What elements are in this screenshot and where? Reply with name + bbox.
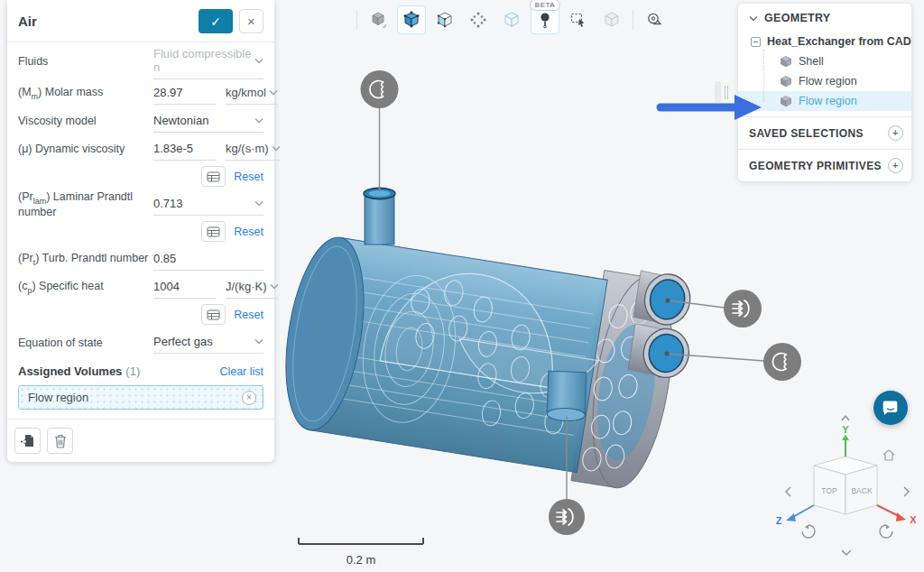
table-input-button[interactable] — [201, 304, 226, 325]
cube-face-top-label[interactable]: TOP — [821, 486, 837, 495]
select-volume-button[interactable] — [397, 5, 426, 34]
viewer-toolbar: BETA — [355, 5, 669, 34]
beta-badge: BETA — [530, 0, 560, 11]
cancel-button[interactable]: × — [239, 9, 263, 33]
cube-icon — [780, 75, 792, 88]
top-nozzle[interactable] — [364, 188, 395, 244]
nav-cube[interactable]: TOP BACK — [814, 457, 877, 514]
chevron-down-icon[interactable] — [254, 58, 263, 64]
specific-heat-label: (cp) Specific heat — [18, 280, 153, 295]
geometry-primitives-section[interactable]: GEOMETRY PRIMITIVES + — [738, 149, 911, 181]
reset-link[interactable]: Reset — [234, 309, 263, 321]
chevron-down-icon[interactable] — [270, 283, 279, 290]
roll-ccw-icon[interactable] — [802, 525, 815, 539]
chevron-down-icon[interactable] — [842, 550, 851, 555]
tree-item-flow-region-1[interactable]: Flow region — [738, 71, 911, 91]
apply-button[interactable]: ✓ — [199, 9, 233, 33]
dynamic-viscosity-input[interactable]: 1.83e-5 — [153, 139, 217, 161]
material-panel: Air ✓ × Fluids Fluid compressible n (Mm)… — [7, 0, 274, 462]
chevron-down-icon[interactable] — [254, 200, 263, 207]
cube-icon — [780, 55, 792, 68]
clear-list-link[interactable]: Clear list — [219, 365, 263, 378]
fluids-select[interactable]: Fluid compressible n — [153, 44, 263, 79]
equation-of-state-select[interactable]: Perfect gas — [153, 332, 263, 354]
table-input-button[interactable] — [201, 221, 226, 242]
isolate-button[interactable] — [597, 5, 626, 34]
viscosity-model-label: Viscosity model — [18, 115, 153, 127]
material-panel-header: Air ✓ × — [7, 0, 274, 42]
add-saved-selection-button[interactable]: + — [888, 125, 903, 141]
viscosity-model-select[interactable]: Newtonian — [153, 111, 263, 133]
specific-heat-input[interactable]: 1004 — [153, 277, 217, 299]
cube-face-icon — [436, 11, 454, 29]
box-select-button[interactable] — [564, 5, 593, 34]
select-edge-button[interactable] — [497, 5, 526, 34]
probe-point-button[interactable]: BETA — [531, 5, 559, 34]
dynamic-viscosity-label: (μ) Dynamic viscosity — [18, 143, 153, 155]
chevron-up-icon[interactable] — [842, 416, 849, 420]
annotation-arrow — [653, 90, 767, 125]
assigned-volumes-label: Assigned Volumes — [18, 364, 122, 378]
home-view-icon[interactable] — [883, 450, 894, 460]
reset-link[interactable]: Reset — [234, 226, 263, 238]
measure-tape-icon — [645, 11, 663, 29]
reset-link[interactable]: Reset — [234, 171, 263, 183]
heat-exchanger-model[interactable] — [273, 188, 701, 495]
view-cube-widget[interactable]: TOP BACK Y Z X — [772, 413, 923, 568]
assigned-volumes-header: Assigned Volumes (1) Clear list — [18, 356, 263, 380]
field-row-turb-prandtl: (Prt) Turb. Prandtl number 0.85 — [18, 245, 263, 273]
molar-mass-unit-select[interactable]: kg/kmol — [226, 83, 278, 105]
assign-volume-button[interactable] — [14, 428, 41, 454]
y-axis-arrow — [842, 435, 849, 440]
laminar-prandtl-reset-row: Reset — [18, 218, 263, 245]
specific-heat-reset-row: Reset — [18, 301, 263, 328]
roll-cw-icon[interactable] — [880, 525, 892, 539]
scale-bar-label: 0.2 m — [346, 553, 376, 567]
molar-mass-input[interactable]: 28.97 — [153, 83, 217, 105]
marker-inlet-right[interactable] — [724, 290, 762, 328]
delete-material-button[interactable] — [47, 428, 73, 454]
assigned-volume-chip-label: Flow region — [28, 391, 242, 404]
field-row-laminar-prandtl: (Prlam) Laminar Prandtl number 0.713 — [18, 190, 263, 218]
collapse-icon[interactable] — [751, 37, 761, 47]
chevron-down-icon[interactable] — [254, 117, 263, 124]
x-axis-label: X — [910, 514, 917, 525]
chevron-down-icon[interactable] — [269, 89, 278, 96]
field-row-equation-of-state: Equation of state Perfect gas — [18, 328, 263, 356]
dynamic-viscosity-reset-row: Reset — [18, 163, 263, 190]
bottom-nozzle[interactable] — [547, 371, 587, 421]
field-row-molar-mass: (Mm) Molar mass 28.97 kg/kmol — [18, 79, 263, 107]
dynamic-viscosity-unit-select[interactable]: kg/(s·m) — [226, 139, 281, 161]
add-geometry-primitive-button[interactable]: + — [888, 158, 903, 173]
z-axis — [791, 505, 814, 518]
marker-outlet-right[interactable] — [763, 343, 801, 381]
laminar-prandtl-input[interactable]: 0.713 — [153, 194, 263, 216]
support-chat-button[interactable] — [873, 391, 908, 425]
select-face-button[interactable] — [430, 5, 459, 34]
rotate-left-chevron[interactable] — [786, 487, 790, 496]
laminar-prandtl-label: (Prlam) Laminar Prandtl number — [18, 190, 153, 218]
marker-outlet-top[interactable] — [361, 70, 399, 108]
select-vertex-button[interactable] — [464, 5, 493, 34]
specific-heat-unit-select[interactable]: J/(kg·K) — [226, 277, 279, 299]
table-input-button[interactable] — [201, 166, 226, 187]
chevron-down-icon[interactable] — [254, 338, 263, 345]
chevron-down-icon[interactable] — [272, 145, 281, 152]
cube-face-back-label[interactable]: BACK — [851, 486, 872, 495]
assign-volume-icon — [20, 434, 35, 448]
cube-wireframe-icon — [503, 11, 521, 29]
assigned-volume-chip[interactable]: Flow region × — [18, 385, 263, 410]
geometry-section-header[interactable]: GEOMETRY — [738, 4, 911, 32]
material-title: Air — [18, 14, 199, 29]
turb-prandtl-input[interactable]: 0.85 — [153, 249, 263, 271]
remove-assignment-icon[interactable]: × — [242, 391, 256, 405]
pipe-bottom-anchor-dot — [664, 351, 669, 355]
turb-prandtl-label: (Prt) Turb. Prandtl number — [18, 252, 153, 267]
app-window: 0.2 m Air ✓ × Fluids Fluid compressible … — [0, 0, 924, 572]
tree-root-item[interactable]: Heat_Exchanger from CAD Mo... — [738, 32, 911, 51]
rotate-right-chevron[interactable] — [904, 487, 909, 496]
tree-item-shell[interactable]: Shell — [738, 51, 911, 71]
select-mode-button[interactable] — [364, 5, 393, 34]
measure-button[interactable] — [640, 5, 669, 34]
marker-inlet-bottom[interactable] — [549, 499, 585, 535]
